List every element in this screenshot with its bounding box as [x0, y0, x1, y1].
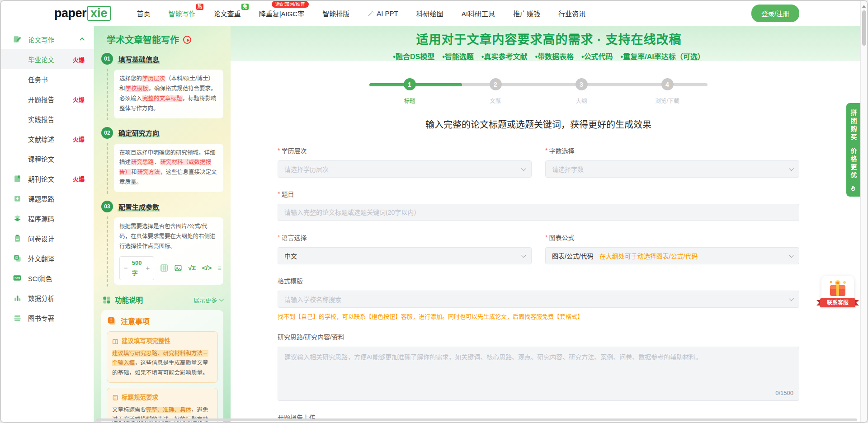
horizontal-scrollbar[interactable]: [96, 418, 857, 421]
logo[interactable]: paper xie: [54, 6, 111, 21]
language-select[interactable]: 中文: [278, 247, 532, 264]
guide-step2-body: 在项目选择中明确您的研究领域，详细描述研究思路、研究材料（或数据报告）和研究方法…: [107, 143, 223, 194]
login-register-button[interactable]: 登录/注册: [751, 5, 799, 22]
sidebar-item-practice-report[interactable]: 实践报告: [1, 109, 94, 129]
guide-title: 学术文章智能写作: [101, 33, 223, 46]
hero-feature: •真实参考文献: [481, 51, 528, 61]
upload-field-group: 开题报告上传 选择开题报告文件 仅支持docx/doc格式，上传较慢需耐心等待，…: [278, 413, 799, 423]
sidebar-item-translation[interactable]: 译 外文翻译: [1, 248, 94, 268]
wizard-step-outline: 3大纲: [538, 78, 624, 105]
bar-chart-icon: [13, 293, 22, 302]
hero-feature-list: •融合DS模型 •智能选题 •真实参考文献 •带数据表格 •公式代码 •重复率/…: [231, 51, 867, 61]
features-header: 功能说明 展示更多: [102, 295, 222, 305]
nav-home[interactable]: 首页: [137, 9, 151, 18]
code-icon: </>: [202, 262, 212, 274]
chevron-down-icon: [789, 296, 794, 301]
contact-service-widget[interactable]: 联系客服: [820, 276, 855, 307]
notice-box-title: 建议填写项完整性: [112, 336, 212, 347]
show-more-link[interactable]: 展示更多: [193, 296, 222, 304]
nav-industry-news[interactable]: 行业资讯: [558, 9, 585, 18]
sidebar-item-task-book[interactable]: 任务书: [1, 69, 94, 89]
char-counter: 0/1500: [775, 390, 793, 396]
sidebar-item-book-monograph[interactable]: 图书专著: [1, 308, 94, 328]
hero-title: 适用对于文章内容要求高的需求 · 支持在线改稿: [231, 30, 867, 47]
hot-badge: 火爆: [73, 135, 85, 143]
step1-number-badge: 01: [101, 53, 113, 65]
scrollbar-thumb[interactable]: [862, 10, 866, 46]
hero-feature: •智能选题: [442, 51, 474, 61]
generation-options-toolbar: − 500 字 + √Σ </> ≡: [119, 256, 218, 281]
scroll-up-arrow-icon[interactable]: [862, 3, 866, 8]
notice-box-title-rules: 标题规范要求 文章标题需要完整、准确、具体，避免过于宽泛或模糊的表述，好的标题有…: [107, 388, 218, 423]
guide-step2-card: 在项目选择中明确您的研究领域，详细描述研究思路、研究材料（或数据报告）和研究方法…: [114, 144, 223, 193]
notice-header: ! 注意事项: [107, 315, 218, 326]
play-video-icon[interactable]: [183, 36, 191, 44]
wizard-step-literature: 2文献: [453, 78, 538, 105]
book-icon: [13, 313, 22, 322]
template-search-select[interactable]: 请输入学校名称搜索: [278, 291, 799, 308]
guide-step1-header: 01 填写基础信息: [101, 53, 223, 65]
step-indicator: 1标题 2文献 3大纲 4浏览/下载: [367, 78, 710, 105]
sidebar-item-source-code[interactable]: 程序源码: [1, 208, 94, 228]
sidebar-item-opening-report[interactable]: 开题报告火爆: [1, 89, 94, 109]
group-buy-tab[interactable]: 拼团购买 价格更优: [846, 103, 860, 197]
pen-document-icon: [13, 35, 22, 44]
sidebar-item-journal-paper[interactable]: 期刊论文火爆: [1, 169, 94, 188]
nav-smart-typeset[interactable]: 智能排版: [322, 9, 349, 18]
chevron-down-icon: [521, 253, 526, 258]
nav-reduce-aigc[interactable]: 降重复|AIGC率适配知网/维普: [259, 9, 305, 18]
nav-promotion[interactable]: 推广赚钱: [513, 9, 540, 18]
guide-step2-header: 02 确定研究方向: [101, 127, 223, 139]
nav-plagiarism-check[interactable]: 论文查重免: [214, 9, 241, 18]
guide-step3-body: 根据需要选择是否包含图片/公式/代码，在具体要求需要在大纲处的右侧进行选择操作点…: [107, 216, 223, 287]
sci-icon: SCI: [13, 273, 22, 282]
education-select[interactable]: 请选择学历层次: [278, 160, 532, 178]
topbar: paper xie 首页 智能写作热 论文查重免 降重复|AIGC率适配知网/维…: [1, 1, 867, 26]
charts-field-group: *图表公式 图表/公式/代码在大纲处可手动选择图表/公式/代码: [545, 233, 799, 264]
svg-text:译: 译: [14, 256, 18, 259]
wizard-step-download: 4浏览/下载: [624, 78, 710, 105]
nav-smart-writing[interactable]: 智能写作热: [169, 9, 196, 18]
features-title: 功能说明: [102, 295, 143, 305]
sidebar-item-course-paper[interactable]: 课程论文: [1, 149, 94, 169]
topic-input[interactable]: [278, 204, 799, 221]
template-label: 格式模版: [278, 276, 799, 285]
sidebar-item-topic-ideas[interactable]: 课题思路: [1, 188, 94, 208]
research-textarea[interactable]: [278, 347, 799, 401]
notice-section: ! 注意事项 建议填写项完整性 建议填写研究思路、研究材料和方法三个输入框，这些…: [101, 310, 223, 423]
sidebar-item-survey-design[interactable]: 问卷设计: [1, 228, 94, 248]
sidebar-group-paper-writing[interactable]: 论文写作: [1, 29, 94, 49]
nav-ai-research-tools[interactable]: AI科研工具: [462, 9, 495, 18]
topic-label: *题目: [278, 189, 799, 198]
open-book-icon: [112, 338, 118, 345]
table-grid-icon: [160, 264, 168, 272]
sidebar-item-literature-review[interactable]: 文献综述火爆: [1, 129, 94, 149]
nav-research-drawing[interactable]: 科研绘图: [416, 9, 443, 18]
hero-banner: 适用对于文章内容要求高的需求 · 支持在线改稿 •融合DS模型 •智能选题 •真…: [231, 26, 867, 61]
chevron-down-icon: [521, 166, 526, 171]
chevron-down-icon: [789, 253, 794, 258]
sidebar-item-sci-polish[interactable]: SCI SCI润色: [1, 268, 94, 288]
vertical-scrollbar[interactable]: [860, 1, 867, 422]
alert-bubble-icon: !: [107, 316, 117, 326]
wordcount-field-group: *字数选择 请选择字数: [545, 146, 799, 178]
hot-badge: 火爆: [73, 95, 85, 103]
step2-number-badge: 02: [101, 127, 113, 139]
guide-step3-card: 根据需要选择是否包含图片/公式/代码，在具体要求需要在大纲处的右侧进行选择操作点…: [114, 217, 223, 285]
wizard-step-title: 1标题: [367, 78, 453, 105]
logo-text-paper: paper: [54, 6, 86, 20]
nav-ai-ppt[interactable]: AI PPT: [368, 9, 398, 17]
hot-badge: 热: [196, 4, 203, 10]
sidebar-item-graduation-thesis[interactable]: 毕业论文火爆: [1, 49, 94, 69]
wordcount-select[interactable]: 请选择字数: [545, 160, 799, 178]
charts-inline-note: 在大纲处可手动选择图表/公式/代码: [599, 251, 698, 260]
charts-select[interactable]: 图表/公式/代码在大纲处可手动选择图表/公式/代码: [545, 247, 799, 264]
sidebar: 论文写作 毕业论文火爆 任务书 开题报告火爆 实践报告 文献综述火爆 课程论文 …: [1, 26, 94, 423]
guide-step1-card: 选择您的学历层次（本科/硕士/博士）和学校模板，确保格式规范符合要求。必须输入完…: [114, 70, 223, 118]
hero-feature: •重复率/AI率达标（可选）: [621, 51, 705, 61]
sidebar-item-data-analysis[interactable]: 数据分析: [1, 288, 94, 308]
guide-step1-body: 选择您的学历层次（本科/硕士/博士）和学校模板，确保格式规范符合要求。必须输入完…: [107, 69, 223, 120]
hot-badge: 火爆: [73, 174, 85, 183]
word-count-stepper: − 500 字 +: [119, 256, 154, 281]
education-field-group: *学历层次 请选择学历层次: [278, 146, 532, 178]
